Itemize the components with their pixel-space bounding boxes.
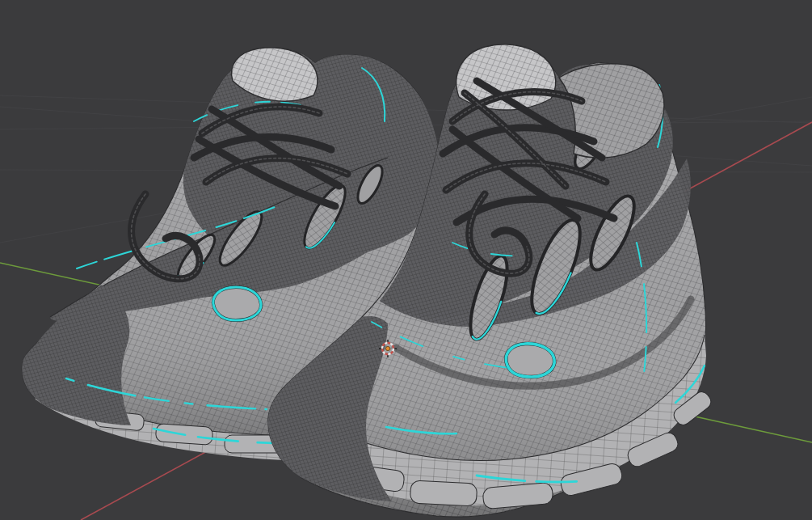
- origin-dot: [385, 346, 389, 350]
- right-tread-block: [410, 480, 477, 506]
- viewport-3d[interactable]: [0, 0, 812, 520]
- viewport-canvas[interactable]: [0, 0, 812, 520]
- right-teardrop-eyelet: [506, 344, 554, 377]
- left-teardrop-eyelet: [213, 287, 261, 320]
